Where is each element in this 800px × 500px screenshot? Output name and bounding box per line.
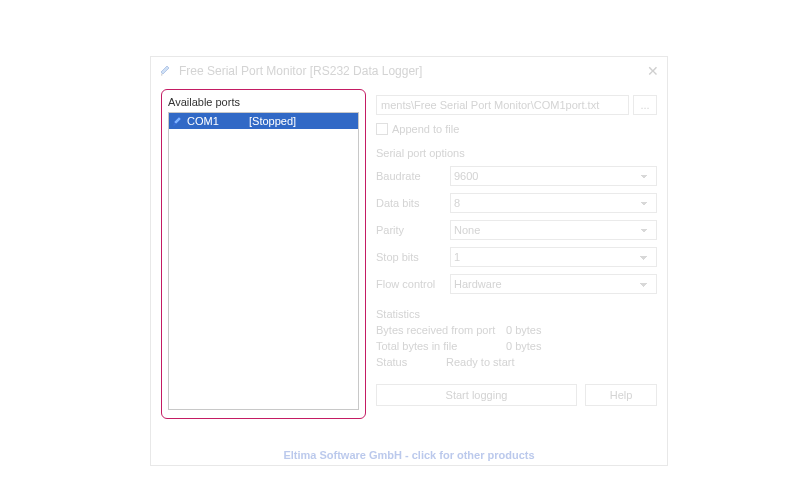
- baudrate-select[interactable]: 9600: [450, 166, 657, 186]
- available-ports-panel: Available ports COM1 [Stopped]: [161, 89, 366, 419]
- status-label: Status: [376, 356, 446, 368]
- status-value: Ready to start: [446, 356, 514, 368]
- flowcontrol-label: Flow control: [376, 278, 442, 290]
- app-window: Free Serial Port Monitor [RS232 Data Log…: [150, 56, 668, 466]
- flowcontrol-select[interactable]: Hardware: [450, 274, 657, 294]
- vendor-link[interactable]: Eltima Software GmbH - click for other p…: [151, 449, 667, 461]
- bytes-received-value: 0 bytes: [506, 324, 541, 336]
- log-file-path-input[interactable]: [376, 95, 629, 115]
- statistics-label: Statistics: [376, 308, 657, 320]
- serial-options-label: Serial port options: [376, 147, 657, 159]
- window-title: Free Serial Port Monitor [RS232 Data Log…: [179, 64, 422, 78]
- baudrate-label: Baudrate: [376, 170, 442, 182]
- port-name: COM1: [187, 115, 229, 127]
- port-plug-icon: [171, 114, 185, 128]
- databits-select[interactable]: 8: [450, 193, 657, 213]
- help-button[interactable]: Help: [585, 384, 657, 406]
- start-logging-button[interactable]: Start logging: [376, 384, 577, 406]
- parity-label: Parity: [376, 224, 442, 236]
- append-to-file-label: Append to file: [392, 123, 459, 135]
- parity-select[interactable]: None: [450, 220, 657, 240]
- total-bytes-value: 0 bytes: [506, 340, 541, 352]
- app-icon: [159, 64, 173, 78]
- settings-area: ... Append to file Serial port options B…: [376, 95, 657, 406]
- stopbits-select[interactable]: 1: [450, 247, 657, 267]
- titlebar: Free Serial Port Monitor [RS232 Data Log…: [151, 57, 667, 85]
- total-bytes-label: Total bytes in file: [376, 340, 506, 352]
- port-list-item[interactable]: COM1 [Stopped]: [169, 113, 358, 129]
- databits-label: Data bits: [376, 197, 442, 209]
- available-ports-title: Available ports: [168, 96, 359, 108]
- close-icon[interactable]: ✕: [647, 63, 659, 79]
- append-to-file-checkbox[interactable]: [376, 123, 388, 135]
- stopbits-label: Stop bits: [376, 251, 442, 263]
- port-status: [Stopped]: [249, 115, 296, 127]
- bytes-received-label: Bytes received from port: [376, 324, 506, 336]
- available-ports-list[interactable]: COM1 [Stopped]: [168, 112, 359, 410]
- browse-button[interactable]: ...: [633, 95, 657, 115]
